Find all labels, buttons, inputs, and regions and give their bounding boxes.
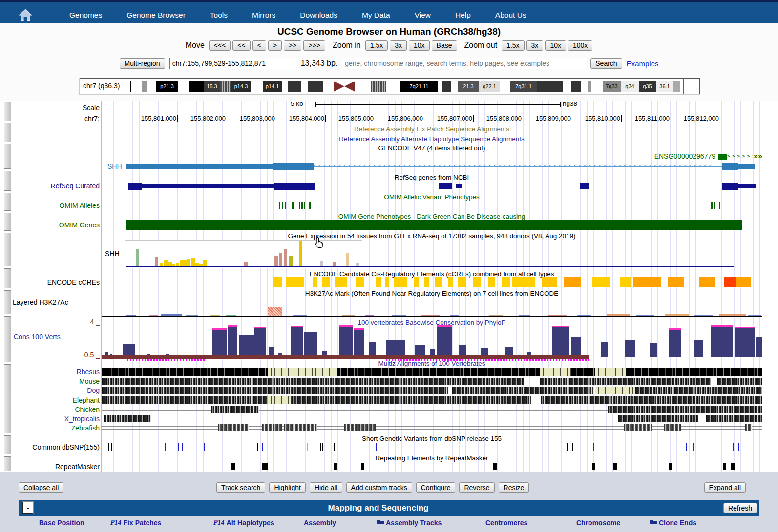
ccre-element[interactable] (385, 277, 389, 287)
ccre-element[interactable] (273, 277, 282, 287)
reverse-button[interactable]: Reverse (459, 482, 494, 493)
track-label-common-dbsnp-155-[interactable]: Common dbSNP(155) (32, 443, 100, 451)
dbsnp-variant-tick[interactable] (738, 443, 739, 451)
track-center-title[interactable]: Reference Assembly Fix Patch Sequence Al… (354, 125, 509, 133)
multiz-alignment-Mouse[interactable] (102, 378, 524, 385)
gtex-expression-bar[interactable] (168, 262, 172, 266)
ccre-element[interactable] (736, 277, 751, 287)
track-label-omim-genes[interactable]: OMIM Genes (59, 221, 100, 229)
refseq-exon[interactable] (738, 184, 756, 188)
ccre-element[interactable] (633, 277, 661, 287)
repeatmasker-element[interactable] (361, 463, 364, 470)
track-center-title[interactable]: OMIM Allelic Variant Phenotypes (384, 193, 480, 201)
gtex-expression-bar[interactable] (203, 260, 207, 266)
track-drag-handle[interactable] (4, 435, 11, 454)
refseq-exon[interactable] (274, 183, 315, 190)
gtex-expression-bar[interactable] (183, 260, 187, 266)
track-label-refseq-curated[interactable]: RefSeq Curated (51, 182, 100, 190)
track-drag-handle[interactable] (4, 193, 11, 211)
track-label-encode-ccres[interactable]: ENCODE cCREs (47, 278, 100, 286)
repeatmasker-element[interactable] (613, 463, 617, 470)
track-drag-handle[interactable] (4, 144, 11, 169)
multiz-alignment-Elephant[interactable] (541, 396, 762, 404)
ccre-element[interactable] (424, 277, 429, 287)
ccre-element[interactable] (448, 277, 453, 287)
track-label-omim-alleles[interactable]: OMIM Alleles (60, 202, 100, 209)
ensg-gene-box[interactable] (718, 154, 727, 160)
omim-allele-tick[interactable] (719, 202, 720, 209)
gtex-expression-bar[interactable] (333, 262, 336, 266)
expand-all-button[interactable]: Expand all (704, 482, 746, 493)
track-label-layered-h3k27ac[interactable]: Layered H3K27Ac (13, 298, 68, 306)
dbsnp-variant-tick[interactable] (108, 443, 109, 451)
multiz-alignment-Elephant[interactable] (102, 396, 531, 404)
repeatmasker-element[interactable] (493, 463, 497, 470)
gtex-expression-bar[interactable] (164, 260, 168, 266)
gtex-expression-bar[interactable] (160, 263, 163, 266)
multiz-alignment-Zebrafish[interactable] (284, 424, 317, 431)
repeatmasker-element[interactable] (669, 463, 672, 470)
gtex-expression-bar[interactable] (136, 249, 139, 266)
dbsnp-variant-tick[interactable] (231, 443, 231, 451)
multiz-alignment-Chicken[interactable] (211, 406, 259, 413)
multiz-alignment-Dog[interactable] (452, 387, 593, 394)
resize-button[interactable]: Resize (499, 482, 529, 493)
ccre-element[interactable] (724, 277, 736, 287)
track-center-title[interactable]: Reference Assembly Alternate Haplotype S… (339, 135, 525, 143)
gtex-expression-bar[interactable] (195, 263, 199, 266)
collapse-all-button[interactable]: Collapse all (19, 482, 63, 493)
gtex-expression-bar[interactable] (187, 259, 190, 266)
gencode-shh-exon[interactable] (273, 163, 314, 170)
dbsnp-variant-tick[interactable] (111, 443, 112, 451)
h3k27ac-peak[interactable] (268, 307, 282, 316)
hide-all-button[interactable]: Hide all (310, 482, 342, 493)
multiz-alignment-Dog[interactable] (102, 387, 448, 394)
track-drag-handle[interactable] (4, 290, 11, 314)
gencode-shh-exon[interactable] (722, 163, 738, 170)
track-center-title[interactable]: H3K27Ac Mark (Often Found Near Regulator… (305, 290, 558, 297)
refseq-intron-line[interactable] (315, 186, 722, 186)
dbsnp-variant-tick[interactable] (733, 443, 734, 451)
track-label-x-tropicalis[interactable]: X_tropicalis (64, 415, 100, 423)
dbsnp-variant-tick[interactable] (262, 443, 263, 451)
ensg-gene-label[interactable]: ENSG00000296779 (654, 152, 715, 160)
omim-allele-tick[interactable] (282, 202, 283, 209)
ccre-element[interactable] (313, 277, 317, 287)
track-drag-handle[interactable] (4, 316, 11, 362)
dbsnp-variant-tick[interactable] (204, 443, 205, 451)
multiz-alignment-Chicken[interactable] (608, 406, 762, 413)
omim-allele-tick[interactable] (299, 202, 300, 209)
gtex-expression-bar[interactable] (356, 263, 359, 266)
multiz-alignment-Rhesus[interactable] (102, 368, 762, 376)
gtex-expression-bar[interactable] (346, 253, 349, 266)
track-label-shh[interactable]: SHH (105, 250, 120, 258)
track-label-dog[interactable]: Dog (87, 387, 100, 394)
ccre-element[interactable] (488, 277, 495, 287)
multiz-alignment-Zebrafish[interactable] (262, 424, 282, 431)
multiz-alignment-X_tropicalis[interactable] (104, 415, 151, 422)
track-label-zebrafish[interactable]: Zebrafish (71, 424, 100, 432)
track-drag-handle[interactable] (4, 233, 11, 266)
collapse-group-button[interactable]: - (22, 502, 33, 514)
gtex-expression-bar[interactable] (176, 263, 179, 266)
track-label-chr7-[interactable]: chr7: (84, 115, 100, 123)
add-custom-tracks-button[interactable]: Add custom tracks (346, 482, 412, 493)
track-drag-handle[interactable] (4, 456, 11, 471)
omim-allele-tick[interactable] (279, 202, 280, 209)
ccre-element[interactable] (335, 277, 347, 287)
ccre-element[interactable] (458, 277, 466, 287)
track-label-mouse[interactable]: Mouse (79, 377, 100, 385)
track-label-scale[interactable]: Scale (83, 104, 100, 112)
gtex-expression-bar[interactable] (274, 256, 278, 266)
track-label-chicken[interactable]: Chicken (75, 406, 100, 413)
track-link-centromeres[interactable]: Centromeres (485, 519, 527, 527)
ccre-element[interactable] (592, 277, 610, 287)
repeatmasker-element[interactable] (592, 463, 595, 470)
ccre-element[interactable] (473, 277, 481, 287)
dbsnp-variant-tick[interactable] (686, 443, 687, 451)
ccre-element[interactable] (414, 277, 419, 287)
dbsnp-variant-tick[interactable] (334, 443, 335, 451)
dbsnp-variant-tick[interactable] (693, 443, 694, 451)
track-link-assembly[interactable]: Assembly (304, 519, 336, 527)
ccre-element[interactable] (564, 277, 581, 287)
